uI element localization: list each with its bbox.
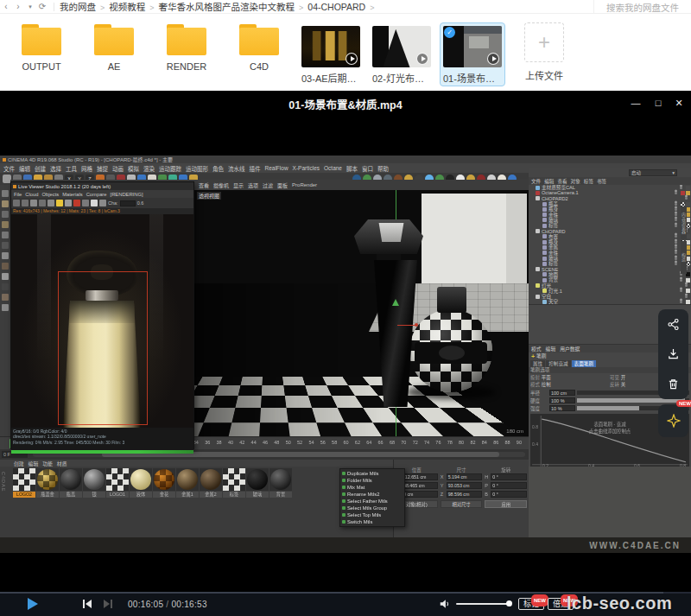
dock-tab[interactable]: 构造 (681, 241, 687, 274)
menu-item[interactable]: 创建 (35, 164, 46, 173)
falloff-tab[interactable]: 表面笔刷 (572, 360, 596, 367)
material-thumbnail[interactable] (60, 468, 82, 491)
option-row[interactable]: 投射平面 (530, 374, 610, 381)
coordinate-row[interactable]: X5.194 cm (441, 473, 483, 481)
material-thumbnail[interactable] (106, 468, 129, 491)
object-manager-menu-item[interactable]: 编辑 (544, 178, 554, 185)
live-viewer-tool-icon[interactable] (65, 200, 72, 206)
coordinate-row[interactable]: B0 ° (485, 490, 527, 499)
visibility-dots[interactable] (685, 295, 688, 298)
material-item[interactable]: LOGO2 (13, 468, 35, 498)
x-axis-line[interactable] (397, 325, 416, 326)
live-viewer-menu-item[interactable]: Compare (86, 192, 107, 197)
material-item[interactable]: 玻璃 (246, 468, 269, 498)
menu-item[interactable]: 选择 (50, 164, 61, 173)
material-item[interactable]: 瓶盖金 (36, 468, 59, 498)
menu-item[interactable]: RealFlow (265, 165, 288, 171)
live-viewer-menu-item[interactable]: [RENDERING] (111, 192, 143, 197)
material-thumbnail[interactable] (153, 468, 175, 491)
visibility-dots[interactable] (675, 225, 677, 227)
viewport-menu-item[interactable]: 过滤 (263, 181, 273, 189)
palette-icon[interactable] (2, 221, 9, 228)
menu-item[interactable]: 窗口 (362, 164, 373, 173)
menu-item[interactable]: 脚本 (346, 164, 358, 173)
viewport-menu-item[interactable]: 面板 (277, 181, 288, 189)
material-item[interactable]: 标签 (223, 468, 245, 498)
material-tag[interactable] (686, 186, 690, 190)
visibility-dots[interactable] (675, 246, 677, 249)
live-viewer-menu-item[interactable]: File (14, 192, 22, 197)
volume-icon[interactable] (439, 598, 451, 610)
live-viewer-tool-icon[interactable] (48, 200, 54, 206)
menu-item[interactable]: 编辑 (19, 164, 30, 173)
menu-item[interactable]: 运动图形 (186, 164, 208, 173)
search-input[interactable]: 搜索我的网盘文件 (593, 0, 679, 14)
object-name[interactable]: 天空 (548, 298, 558, 304)
object-manager-menu-item[interactable]: 标签 (584, 178, 593, 185)
context-menu-item[interactable]: Select Top Mtls (340, 511, 404, 518)
visibility-dots[interactable] (675, 241, 677, 244)
context-menu-item[interactable]: Folder Mtls (340, 477, 404, 484)
visibility-dots[interactable] (685, 284, 688, 287)
breadcrumb-item[interactable]: 04-CHOPARD (307, 2, 378, 12)
material-menu-item[interactable]: 材质 (57, 460, 67, 467)
live-viewer-tool-icon[interactable] (91, 200, 98, 206)
refresh-icon[interactable]: ⟳ (36, 2, 48, 11)
visibility-dots[interactable] (675, 263, 677, 265)
object-name[interactable]: OctaneCamera.1 (542, 190, 579, 195)
falloff-tab[interactable]: 属性 (530, 360, 545, 367)
material-thumbnail[interactable] (200, 468, 222, 491)
live-viewer-menu-item[interactable]: Cloud (25, 192, 38, 197)
channel-dropdown[interactable] (120, 200, 136, 206)
folder-item[interactable]: AE (78, 22, 150, 72)
visibility-dots[interactable] (675, 257, 677, 260)
add-icon[interactable]: + (531, 353, 535, 359)
material-tag[interactable] (686, 278, 690, 283)
menu-item[interactable]: 帮助 (377, 164, 389, 173)
material-menu-item[interactable]: 创建 (14, 460, 24, 467)
palette-icon[interactable] (2, 273, 9, 280)
object-manager-menu-item[interactable]: 查看 (557, 178, 567, 185)
material-thumbnail[interactable] (176, 468, 199, 491)
menu-item[interactable]: 插件 (250, 164, 261, 173)
coordinate-row[interactable]: Z98.596 cm (441, 490, 483, 499)
falloff-tab[interactable]: 控制衰减 (546, 360, 570, 367)
volume-knob[interactable] (506, 600, 512, 606)
menu-item[interactable]: 角色 (212, 164, 224, 173)
material-item[interactable]: 液体 (130, 468, 152, 498)
context-menu-item[interactable]: Mix Mat (340, 484, 404, 491)
visibility-dots[interactable] (675, 235, 677, 238)
palette-icon[interactable] (2, 211, 9, 218)
minimize-button[interactable]: — (629, 98, 643, 108)
forward-icon[interactable]: › (12, 2, 24, 11)
attribute-menu-item[interactable]: 模式 (531, 345, 542, 352)
menu-item[interactable]: 工具 (66, 164, 77, 173)
menu-item[interactable]: Octane (324, 165, 342, 171)
live-viewer-tool-icon[interactable] (13, 200, 20, 206)
coordinate-row[interactable]: H0 ° (485, 473, 527, 481)
material-item[interactable]: LOGO1 (106, 468, 129, 498)
material-tag[interactable] (686, 202, 690, 206)
size-mode-dropdown[interactable]: 相对尺寸 (441, 500, 483, 508)
material-thumbnail[interactable] (83, 468, 105, 491)
palette-icon[interactable] (2, 294, 9, 301)
visibility-dots[interactable] (675, 203, 677, 206)
palette-icon[interactable] (2, 263, 9, 270)
menu-item[interactable]: 文件 (3, 164, 15, 173)
visibility-dots[interactable] (685, 197, 688, 200)
dropdown-icon[interactable]: ▾ (24, 3, 36, 10)
menu-item[interactable]: X-Particles (293, 165, 320, 171)
live-viewer-menu-item[interactable]: Objects (42, 192, 60, 197)
coordinate-row[interactable]: Y93.053 cm (441, 481, 483, 490)
material-tag[interactable] (681, 191, 685, 195)
material-item[interactable]: 背景 (269, 468, 292, 498)
palette-icon[interactable] (2, 242, 9, 249)
folder-item[interactable]: C4D (223, 22, 295, 72)
breadcrumb-item[interactable]: 奢华香水风格图产品渲染中文教程 (159, 0, 308, 13)
context-menu-item[interactable]: Duplicate Mtls (340, 470, 404, 477)
visibility-dots[interactable] (680, 289, 682, 292)
layout-selector[interactable]: 启动▾ (629, 169, 677, 176)
mark-button[interactable]: 标记NEW (518, 598, 544, 610)
attribute-menu-item[interactable]: 用户数据 (560, 345, 580, 352)
material-item[interactable]: 金属1 (176, 468, 199, 498)
